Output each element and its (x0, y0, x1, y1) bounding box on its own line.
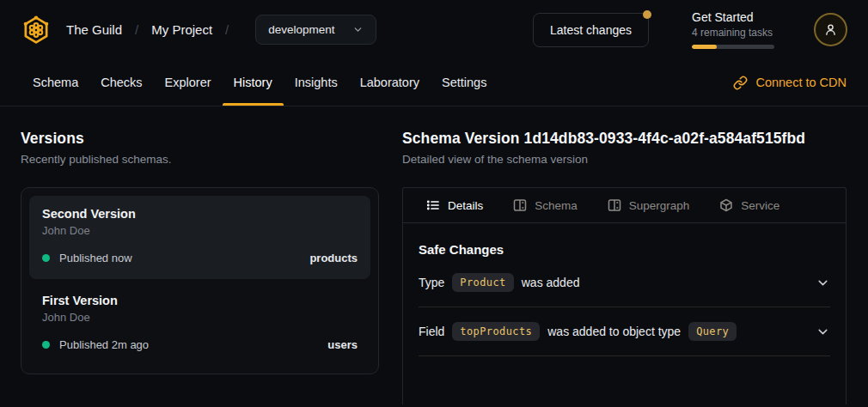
tab-explorer[interactable]: Explorer (154, 59, 223, 106)
schema-version-panel: Schema Version 1d14db83-0933-4f4c-a02f-a… (402, 130, 847, 404)
change-prefix: Field (419, 325, 444, 338)
tab-insights[interactable]: Insights (284, 59, 349, 106)
version-list-item[interactable]: Second Version John Doe Published now pr… (29, 196, 370, 279)
tab-supergraph[interactable]: Supergraph (608, 198, 690, 212)
version-author: John Doe (42, 224, 358, 237)
tab-service[interactable]: Service (719, 198, 779, 212)
connect-to-cdn-link[interactable]: Connect to CDN (733, 59, 847, 106)
get-started-progressbar (692, 45, 774, 49)
change-code-chip: topProducts (452, 322, 540, 341)
change-row-type-added[interactable]: Type Product was added (419, 258, 830, 307)
tab-schema-view[interactable]: Schema (513, 198, 578, 212)
tab-schema[interactable]: Schema (21, 59, 89, 106)
detail-body: Safe Changes Type Product was added Fiel… (403, 242, 846, 356)
tab-service-label: Service (741, 199, 779, 212)
published-status-text: Published 2m ago (59, 338, 149, 351)
tab-schema-view-label: Schema (535, 199, 578, 212)
breadcrumb-project[interactable]: My Project (151, 22, 212, 37)
tab-laboratory[interactable]: Laboratory (349, 59, 431, 106)
version-name: First Version (42, 294, 358, 307)
version-list-item[interactable]: First Version John Doe Published 2m ago … (29, 282, 370, 366)
tab-details[interactable]: Details (426, 198, 483, 212)
user-icon (823, 22, 838, 37)
versions-list: Second Version John Doe Published now pr… (21, 187, 379, 374)
columns-icon (513, 198, 527, 212)
schema-version-title: Schema Version 1d14db83-0933-4f4c-a02f-a… (402, 130, 847, 148)
change-row-field-added[interactable]: Field topProducts was added to object ty… (419, 307, 830, 356)
detail-tabbar: Details Schema (403, 188, 846, 223)
connect-to-cdn-label: Connect to CDN (755, 76, 847, 89)
published-status-dot (42, 341, 50, 349)
main-content: Versions Recently published schemas. Sec… (0, 106, 868, 404)
tab-checks[interactable]: Checks (89, 59, 153, 106)
versions-subtitle: Recently published schemas. (21, 153, 379, 166)
environment-dropdown[interactable]: development (255, 15, 376, 45)
version-name: Second Version (42, 207, 358, 221)
schema-version-subtitle: Detailed view of the schema version (402, 153, 847, 166)
cube-icon (719, 198, 733, 212)
schema-version-detail-card: Details Schema (402, 187, 847, 404)
breadcrumb-separator: / (135, 22, 138, 37)
breadcrumb-org[interactable]: The Guild (66, 22, 122, 37)
change-middle: was added (522, 276, 580, 289)
versions-panel: Versions Recently published schemas. Sec… (21, 130, 379, 404)
get-started-progress-fill (692, 45, 717, 49)
version-author: John Doe (42, 311, 358, 324)
tab-settings[interactable]: Settings (431, 59, 498, 106)
app-header: The Guild / My Project / development Lat… (0, 0, 868, 59)
change-code-chip: Query (688, 322, 737, 341)
versions-title: Versions (21, 130, 379, 148)
breadcrumb-separator: / (225, 22, 229, 37)
latest-changes-label: Latest changes (550, 23, 632, 37)
environment-dropdown-value: development (268, 23, 334, 36)
notification-dot (643, 10, 651, 19)
tab-details-label: Details (448, 199, 483, 212)
change-prefix: Type (419, 276, 444, 289)
latest-changes-button[interactable]: Latest changes (533, 13, 649, 47)
published-status-text: Published now (59, 252, 132, 264)
chevron-down-icon (352, 24, 364, 35)
tab-supergraph-label: Supergraph (629, 199, 690, 212)
hive-logo-icon[interactable] (21, 15, 52, 46)
safe-changes-heading: Safe Changes (419, 242, 830, 257)
get-started-subtitle: 4 remaining tasks (692, 27, 774, 39)
link-icon (733, 76, 748, 90)
main-nav: Schema Checks Explorer History Insights … (0, 59, 868, 106)
list-icon (426, 198, 440, 212)
get-started-widget[interactable]: Get Started 4 remaining tasks (692, 10, 774, 49)
change-middle: was added to object type (547, 325, 681, 338)
user-avatar-button[interactable] (814, 13, 847, 46)
columns-icon (608, 198, 621, 212)
service-name: users (327, 338, 358, 351)
get-started-title: Get Started (692, 10, 774, 24)
tab-history[interactable]: History (223, 59, 284, 106)
chevron-down-icon[interactable] (816, 325, 830, 339)
chevron-down-icon[interactable] (816, 276, 830, 290)
service-name: products (309, 252, 358, 264)
published-status-dot (42, 254, 50, 262)
change-code-chip: Product (452, 273, 513, 292)
